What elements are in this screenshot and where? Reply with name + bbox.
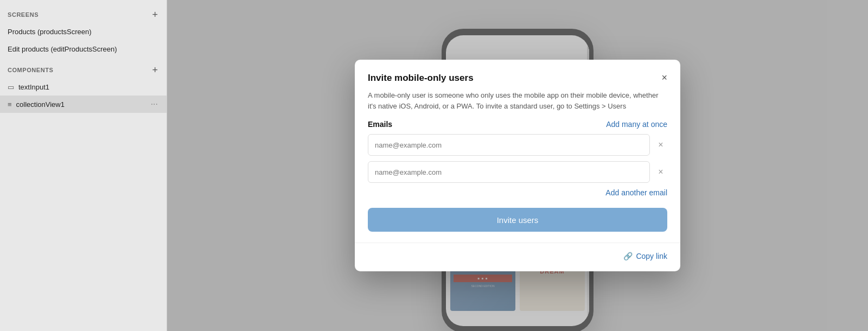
sidebar-item-collection-view-1[interactable]: ≡ collectionView1 ··· (0, 96, 167, 113)
modal-close-button[interactable]: × (661, 73, 667, 82)
email-input-row-2: × (368, 161, 667, 183)
email-input-1[interactable] (368, 134, 650, 156)
email-input-row-1: × (368, 134, 667, 156)
sidebar: SCREENS + Products (productsScreen) ··· … (0, 0, 167, 331)
add-another-email-button[interactable]: Add another email (605, 188, 667, 197)
add-many-at-once-button[interactable]: Add many at once (606, 120, 667, 129)
copy-link-button[interactable]: 🔗 Copy link (623, 252, 667, 260)
email-input-2[interactable] (368, 161, 650, 183)
modal-overlay: Invite mobile-only users × A mobile-only… (167, 0, 868, 331)
screens-section-title: SCREENS (8, 11, 39, 18)
modal-header: Invite mobile-only users × (355, 60, 680, 90)
text-input-icon: ▭ (8, 83, 14, 91)
modal-title: Invite mobile-only users (368, 73, 474, 84)
components-section-header: COMPONENTS + (0, 60, 167, 78)
add-another-row: Add another email (368, 188, 667, 197)
email-clear-button-2[interactable]: × (654, 166, 667, 179)
collection-view-more-button[interactable]: ··· (150, 99, 159, 109)
email-clear-button-1[interactable]: × (654, 138, 667, 151)
add-component-button[interactable]: + (151, 65, 159, 75)
emails-header: Emails Add many at once (368, 120, 667, 129)
components-section: COMPONENTS + ▭ textInput1 ··· ≡ collecti… (0, 60, 167, 113)
sidebar-item-text-input-1[interactable]: ▭ textInput1 ··· (0, 78, 167, 96)
collection-view-icon: ≡ (8, 100, 12, 109)
invite-modal: Invite mobile-only users × A mobile-only… (355, 60, 680, 271)
add-screen-button[interactable]: + (151, 10, 159, 20)
components-section-title: COMPONENTS (8, 67, 53, 73)
modal-description: A mobile-only user is someone who only u… (355, 90, 680, 120)
copy-link-label: Copy link (636, 252, 667, 260)
screens-section: SCREENS + Products (productsScreen) ··· … (0, 4, 167, 58)
modal-body: Emails Add many at once × × Add another … (355, 120, 680, 232)
sidebar-item-products-screen[interactable]: Products (productsScreen) ··· (0, 23, 167, 40)
screens-section-header: SCREENS + (0, 4, 167, 23)
modal-footer: 🔗 Copy link (355, 243, 680, 271)
main-content: INTRODUCTION TO ALGORITHMS ■ ■ ■ SECOND … (167, 0, 868, 331)
sidebar-item-edit-products-screen[interactable]: Edit products (editProductsScreen) ··· (0, 40, 167, 58)
emails-label: Emails (368, 120, 392, 129)
link-icon: 🔗 (623, 252, 633, 260)
invite-users-button[interactable]: Invite users (368, 208, 667, 232)
